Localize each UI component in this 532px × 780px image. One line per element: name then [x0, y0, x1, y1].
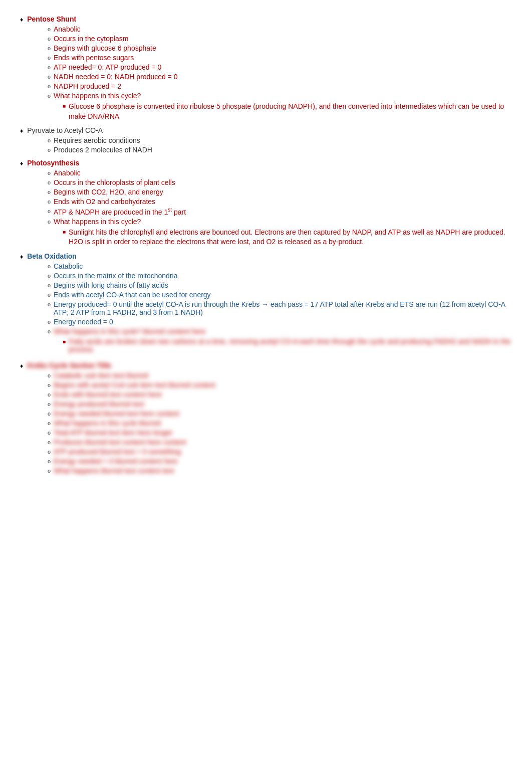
list-item: o Anabolic — [48, 25, 512, 33]
pyruvate-list: o Requires aerobic conditions o Produces… — [20, 136, 512, 154]
list-item-blurred: o ATP produced blurred text = 0 somethin… — [48, 448, 512, 456]
list-item-blurred: o Produces blurred text content here con… — [48, 438, 512, 446]
circle-icon: o — [48, 169, 51, 177]
item-text: Begins with glucose 6 phosphate — [54, 44, 156, 52]
diamond-icon: ♦ — [20, 127, 23, 134]
item-text: What happens blurred text content text — [54, 467, 174, 475]
photo-bullet-list: ■ Sunlight hits the chlorophyll and elec… — [48, 228, 512, 247]
circle-icon: o — [48, 92, 51, 100]
list-item-blurred: o What happens in this cycle? blurred co… — [48, 327, 512, 335]
circle-icon: o — [48, 282, 51, 289]
item-text: Begins with acetyl CoA sub item text blu… — [54, 381, 215, 389]
section-title-blurred: Krebs Cycle Section Title — [27, 361, 111, 369]
list-item: o Occurs in the cytoplasm — [48, 35, 512, 43]
list-item: o ATP needed= 0; ATP produced = 0 — [48, 63, 512, 71]
bullet-text: Sunlight hits the chlorophyll and electr… — [69, 228, 512, 247]
bullet-icon: ■ — [63, 229, 66, 235]
item-text: Ends with pentose sugars — [54, 54, 134, 62]
diamond-icon: ♦ — [20, 160, 23, 167]
list-item: o Produces 2 molecules of NADH — [48, 146, 512, 154]
bullet-item: ■ Sunlight hits the chlorophyll and elec… — [63, 228, 512, 247]
section-blurred-extra: ♦ Krebs Cycle Section Title o Catabolic … — [20, 361, 512, 475]
circle-icon: o — [48, 301, 51, 308]
section-title-pentose-shunt: Pentose Shunt — [27, 15, 76, 23]
list-item: o Anabolic — [48, 169, 512, 177]
list-item: o Requires aerobic conditions — [48, 136, 512, 144]
circle-icon: o — [48, 448, 51, 456]
pentose-shunt-list: o Anabolic o Occurs in the cytoplasm o B… — [20, 25, 512, 121]
section-pyruvate: ♦ Pyruvate to Acetyl CO-A o Requires aer… — [20, 126, 512, 154]
circle-icon: o — [48, 73, 51, 81]
item-text: Ends with acetyl CO-A that can be used f… — [54, 291, 211, 299]
list-item: o Begins with CO2, H2O, and energy — [48, 188, 512, 196]
circle-icon: o — [48, 458, 51, 465]
item-text: ATP produced blurred text = 0 something — [54, 448, 181, 456]
list-item-blurred: o Energy needed blurred text here conten… — [48, 410, 512, 418]
circle-icon: o — [48, 439, 51, 446]
circle-icon: o — [48, 137, 51, 144]
item-text: Begins with CO2, H2O, and energy — [54, 188, 163, 196]
pentose-bullet-list: ■ Glucose 6 phosphate is converted into … — [48, 102, 512, 121]
item-text: Produces blurred text content here conte… — [54, 438, 186, 446]
list-item-blurred: o Energy produced blurred text — [48, 400, 512, 408]
item-text-blurred: What happens in this cycle? blurred cont… — [54, 327, 206, 335]
list-item: o Energy produced= 0 until the acetyl CO… — [48, 300, 512, 316]
item-text: Total ATP blurred text item here longer — [54, 429, 173, 437]
item-text: Catabolic sub item text blurred — [54, 371, 148, 379]
item-text: Anabolic — [54, 25, 81, 33]
circle-icon: o — [48, 372, 51, 379]
diamond-icon: ♦ — [20, 362, 23, 369]
item-text: Anabolic — [54, 169, 81, 177]
circle-icon: o — [48, 263, 51, 270]
circle-icon: o — [48, 410, 51, 418]
item-text: Catabolic — [54, 262, 83, 270]
photosynthesis-list: o Anabolic o Occurs in the chloroplasts … — [20, 169, 512, 247]
item-text: Energy needed blurred text here content — [54, 410, 179, 418]
item-text: What happens in this cycle? — [54, 92, 141, 100]
bullet-icon: ■ — [63, 103, 66, 109]
circle-icon: o — [48, 64, 51, 71]
bullet-item-blurred: ■ Fatty acids are broken down two carbon… — [63, 337, 512, 353]
list-item: o Catabolic — [48, 262, 512, 270]
item-text: NADH needed = 0; NADH produced = 0 — [54, 73, 177, 81]
list-item: o ATP & NADPH are produced in the 1st pa… — [48, 207, 512, 216]
list-item-blurred: o Energy needed = 0 blurred content here — [48, 457, 512, 465]
item-text: What happens in this cycle? — [54, 218, 141, 226]
circle-icon: o — [48, 467, 51, 475]
main-outline: ♦ Pentose Shunt o Anabolic o Occurs in t… — [20, 15, 512, 475]
item-text: Occurs in the chloroplasts of plant cell… — [54, 178, 175, 186]
section-pentose-shunt: ♦ Pentose Shunt o Anabolic o Occurs in t… — [20, 15, 512, 121]
list-item: o Ends with O2 and carbohydrates — [48, 198, 512, 206]
list-item-blurred: o Catabolic sub item text blurred — [48, 371, 512, 379]
list-item: o Begins with long chains of fatty acids — [48, 281, 512, 289]
list-item: o What happens in this cycle? — [48, 92, 512, 100]
circle-icon: o — [48, 381, 51, 389]
list-item-blurred: o What happens in this cycle blurred — [48, 419, 512, 427]
item-text: Ends with blurred text content here — [54, 391, 162, 399]
list-item-blurred: o Begins with acetyl CoA sub item text b… — [48, 381, 512, 389]
item-text: Energy produced= 0 until the acetyl CO-A… — [54, 300, 512, 316]
item-text: What happens in this cycle blurred — [54, 419, 161, 427]
circle-icon: o — [48, 26, 51, 33]
section-title-photosynthesis: Photosynthesis — [27, 159, 79, 167]
list-item: o Begins with glucose 6 phosphate — [48, 44, 512, 52]
circle-icon: o — [48, 83, 51, 90]
item-text: Occurs in the cytoplasm — [54, 35, 128, 43]
circle-icon: o — [48, 35, 51, 43]
circle-icon: o — [48, 208, 51, 215]
list-item: o What happens in this cycle? — [48, 218, 512, 226]
section-beta-oxidation: ♦ Beta Oxidation o Catabolic o Occurs in… — [20, 252, 512, 353]
circle-icon: o — [48, 45, 51, 52]
item-text: Produces 2 molecules of NADH — [54, 146, 152, 154]
item-text: Energy needed = 0 — [54, 318, 113, 326]
circle-icon: o — [48, 198, 51, 206]
circle-icon: o — [48, 420, 51, 427]
circle-icon: o — [48, 218, 51, 226]
circle-icon: o — [48, 391, 51, 399]
list-item: o NADPH produced = 2 — [48, 82, 512, 90]
list-item: o Ends with pentose sugars — [48, 54, 512, 62]
bullet-text-blurred: Fatty acids are broken down two carbons … — [69, 337, 512, 353]
beta-bullet-list: ■ Fatty acids are broken down two carbon… — [48, 337, 512, 353]
bullet-text: Glucose 6 phosphate is converted into ri… — [69, 102, 512, 121]
diamond-icon: ♦ — [20, 16, 23, 23]
